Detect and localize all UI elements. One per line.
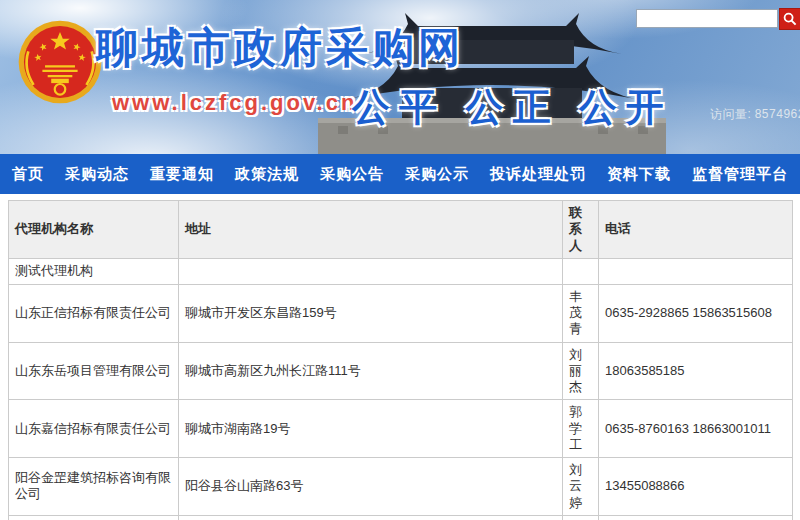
- agency-name: 山东正信招标有限责任公司: [9, 284, 179, 342]
- agency-contact: 于红艳: [563, 515, 599, 520]
- table-row: 阳谷金罡建筑招标咨询有限公司 阳谷县谷山南路63号 刘云婷 1345508886…: [9, 458, 793, 516]
- table-header-row: 代理机构名称 地址 联系人 电话: [9, 201, 793, 259]
- table-row: 山东正信招标有限责任公司 聊城市开发区东昌路159号 丰茂青 0635-2928…: [9, 284, 793, 342]
- search-bar: [636, 9, 800, 30]
- nav-item-home[interactable]: 首页: [10, 165, 46, 184]
- agency-name: 山东东岳项目管理有限公司: [9, 342, 179, 400]
- agency-phone: 0635-2928865 15863515608: [599, 284, 793, 342]
- agency-address: 临清市红星路中段: [179, 515, 563, 520]
- agency-name: 测试代理机构: [9, 258, 179, 284]
- agency-phone: 18063585185: [599, 342, 793, 400]
- agency-address: 聊城市湖南路19号: [179, 400, 563, 458]
- agency-name: 山东通力招标有限公司: [9, 515, 179, 520]
- agency-name: 山东嘉信招标有限责任公司: [9, 400, 179, 458]
- main-nav: 首页 采购动态 重要通知 政策法规 采购公告 采购公示 投诉处理处罚 资料下载 …: [0, 154, 800, 194]
- search-button[interactable]: [779, 8, 800, 30]
- agency-contact: 丰茂青: [563, 284, 599, 342]
- agency-contact: 刘丽杰: [563, 342, 599, 400]
- table-row: 测试代理机构: [9, 258, 793, 284]
- agency-phone: 0635-2323061 18663532655: [599, 515, 793, 520]
- agency-address: [179, 258, 563, 284]
- agency-name: 阳谷金罡建筑招标咨询有限公司: [9, 458, 179, 516]
- col-header-phone: 电话: [599, 201, 793, 259]
- table-row: 山东通力招标有限公司 临清市红星路中段 于红艳 0635-2323061 186…: [9, 515, 793, 520]
- nav-item-notices[interactable]: 重要通知: [148, 165, 216, 184]
- agency-address: 阳谷县谷山南路63号: [179, 458, 563, 516]
- visit-counter-value: 8574962: [755, 107, 800, 121]
- agency-phone: 0635-8760163 18663001011: [599, 400, 793, 458]
- site-slogan: 公平 公正 公开: [352, 82, 673, 133]
- visit-counter: 访问量: 8574962: [710, 106, 800, 123]
- col-header-address: 地址: [179, 201, 563, 259]
- site-url: www.lczfcg.gov.cn: [112, 90, 357, 116]
- agency-contact: 郭学工: [563, 400, 599, 458]
- nav-item-downloads[interactable]: 资料下载: [605, 165, 673, 184]
- agency-address: 聊城市高新区九州长江路111号: [179, 342, 563, 400]
- national-emblem-icon: [16, 18, 104, 106]
- agency-table: 代理机构名称 地址 联系人 电话 测试代理机构 山东正信招标有限责任公司 聊城市…: [8, 200, 793, 520]
- table-row: 山东东岳项目管理有限公司 聊城市高新区九州长江路111号 刘丽杰 1806358…: [9, 342, 793, 400]
- search-icon: [783, 12, 797, 26]
- agency-contact: [563, 258, 599, 284]
- nav-item-news[interactable]: 采购动态: [63, 165, 131, 184]
- agency-address: 聊城市开发区东昌路159号: [179, 284, 563, 342]
- nav-item-policies[interactable]: 政策法规: [233, 165, 301, 184]
- agency-phone: [599, 258, 793, 284]
- site-title: 聊城市政府采购网: [96, 20, 464, 76]
- col-header-agency-name: 代理机构名称: [9, 201, 179, 259]
- agency-contact: 刘云婷: [563, 458, 599, 516]
- agency-list-section: 代理机构名称 地址 联系人 电话 测试代理机构 山东正信招标有限责任公司 聊城市…: [0, 194, 800, 520]
- agency-phone: 13455088866: [599, 458, 793, 516]
- nav-item-complaints[interactable]: 投诉处理处罚: [488, 165, 588, 184]
- nav-item-announcements[interactable]: 采购公告: [318, 165, 386, 184]
- nav-item-publicity[interactable]: 采购公示: [403, 165, 471, 184]
- visit-counter-label: 访问量:: [710, 107, 751, 121]
- nav-item-supervision[interactable]: 监督管理平台: [690, 165, 790, 184]
- site-banner: 聊城市政府采购网 www.lczfcg.gov.cn 公平 公正 公开 访问量:…: [0, 0, 800, 154]
- col-header-contact: 联系人: [563, 201, 599, 259]
- table-row: 山东嘉信招标有限责任公司 聊城市湖南路19号 郭学工 0635-8760163 …: [9, 400, 793, 458]
- search-input[interactable]: [636, 9, 778, 28]
